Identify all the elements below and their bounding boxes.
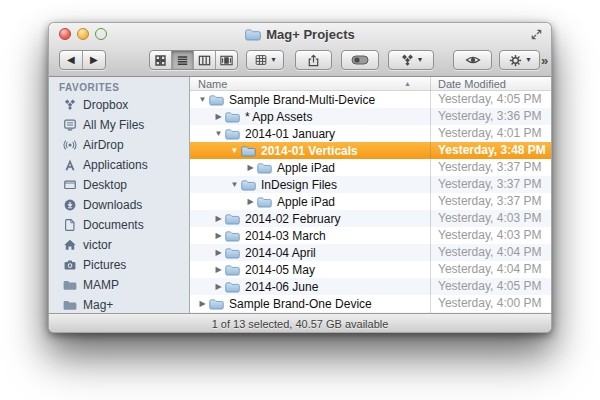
table-row[interactable]: ▶ 2014-05 May Yesterday, 4:04 PM xyxy=(190,261,551,278)
sidebar-item-pictures[interactable]: Pictures xyxy=(49,255,189,275)
disclosure-triangle[interactable]: ▼ xyxy=(196,96,209,104)
documents-icon xyxy=(62,218,77,233)
close-button[interactable] xyxy=(59,28,71,40)
table-row[interactable]: ▶ Sample Brand-One Device Yesterday, 4:0… xyxy=(190,295,551,312)
dropbox-icon xyxy=(400,53,415,68)
list-header: Name ▲ Date Modified xyxy=(190,77,551,91)
file-name: InDesign Files xyxy=(261,178,337,192)
forward-button[interactable]: ▶ xyxy=(83,51,105,69)
table-row[interactable]: ▼ 2014-01 January Yesterday, 4:01 PM xyxy=(190,125,551,142)
table-row[interactable]: ▶ Apple iPad Yesterday, 3:37 PM xyxy=(190,159,551,176)
sidebar-item-dropbox[interactable]: Dropbox xyxy=(49,95,189,115)
sidebar-item-label: AirDrop xyxy=(83,138,124,152)
table-row[interactable]: ▼ InDesign Files Yesterday, 3:37 PM xyxy=(190,176,551,193)
fullscreen-arrows-icon[interactable] xyxy=(530,28,543,41)
sort-ascending-icon: ▲ xyxy=(404,80,411,87)
disclosure-triangle[interactable]: ▶ xyxy=(212,215,225,223)
folder-icon xyxy=(257,162,272,174)
disclosure-triangle[interactable]: ▼ xyxy=(228,147,241,155)
table-row[interactable]: ▶ 2014-02 February Yesterday, 4:03 PM xyxy=(190,210,551,227)
column-divider[interactable] xyxy=(430,77,431,313)
table-row[interactable]: ▶ * App Assets Yesterday, 3:36 PM xyxy=(190,108,551,125)
disclosure-triangle[interactable]: ▶ xyxy=(244,164,257,172)
quick-look-button[interactable] xyxy=(453,50,492,70)
applications-icon xyxy=(62,158,77,173)
disclosure-triangle[interactable]: ▶ xyxy=(196,300,209,308)
coverflow-view-icon xyxy=(219,53,234,68)
screenshot-canvas: Mag+ Projects ◀ ▶ xyxy=(0,0,600,400)
date-modified: Yesterday, 3:37 PM xyxy=(438,193,541,210)
share-button[interactable] xyxy=(295,50,332,70)
dropdown-arrow-icon: ▾ xyxy=(526,56,530,64)
file-name: 2014-04 April xyxy=(245,246,316,260)
list-view-button[interactable] xyxy=(172,51,194,69)
disclosure-triangle[interactable]: ▶ xyxy=(212,232,225,240)
folder-icon xyxy=(62,298,77,313)
disclosure-triangle[interactable]: ▼ xyxy=(212,130,225,138)
sidebar-item-documents[interactable]: Documents xyxy=(49,215,189,235)
date-modified: Yesterday, 4:04 PM xyxy=(438,244,541,261)
view-switcher xyxy=(149,50,238,70)
window-title-text: Mag+ Projects xyxy=(266,27,355,42)
file-name: 2014-05 May xyxy=(245,263,315,277)
window-chrome: Mag+ Projects ◀ ▶ xyxy=(49,23,551,77)
icon-view-button[interactable] xyxy=(150,51,172,69)
table-row[interactable]: ▶ 2014-03 March Yesterday, 4:03 PM xyxy=(190,227,551,244)
date-modified: Yesterday, 4:05 PM xyxy=(438,278,541,295)
disclosure-triangle[interactable]: ▼ xyxy=(228,181,241,189)
action-button[interactable]: ▾ xyxy=(499,50,540,70)
nav-buttons: ◀ ▶ xyxy=(59,50,106,70)
file-name: 2014-01 January xyxy=(245,127,335,141)
folder-icon xyxy=(225,111,240,123)
table-row[interactable]: ▶ Apple iPad Yesterday, 3:37 PM xyxy=(190,193,551,210)
disclosure-triangle[interactable]: ▶ xyxy=(212,266,225,274)
table-row[interactable]: ▼ Sample Brand-Multi-Device Yesterday, 4… xyxy=(190,91,551,108)
sidebar-item-mag-plus[interactable]: Mag+ xyxy=(49,295,189,313)
minimize-button[interactable] xyxy=(77,28,89,40)
sidebar-item-all-my-files[interactable]: All My Files xyxy=(49,115,189,135)
toggle-pill-button[interactable] xyxy=(341,50,379,70)
sidebar-item-downloads[interactable]: Downloads xyxy=(49,195,189,215)
title-bar[interactable]: Mag+ Projects xyxy=(49,23,551,45)
empty-stripe xyxy=(190,312,551,313)
back-button[interactable]: ◀ xyxy=(60,51,83,69)
table-row[interactable]: ▶ 2014-04 April Yesterday, 4:04 PM xyxy=(190,244,551,261)
sidebar-item-mamp[interactable]: MAMP xyxy=(49,275,189,295)
pill-toggle-icon xyxy=(351,54,369,66)
disclosure-triangle[interactable]: ▶ xyxy=(212,283,225,291)
date-modified: Yesterday, 3:37 PM xyxy=(438,176,541,193)
sidebar-item-label: Documents xyxy=(83,218,144,232)
sidebar-item-label: Mag+ xyxy=(83,298,113,312)
table-row-selected[interactable]: ▼ 2014-01 Verticals Yesterday, 3:48 PM xyxy=(190,142,551,159)
airdrop-icon xyxy=(62,138,77,153)
zoom-button[interactable] xyxy=(95,28,107,40)
dropbox-icon xyxy=(62,98,77,113)
folder-icon xyxy=(225,128,240,140)
status-bar: 1 of 13 selected, 40.57 GB available xyxy=(49,313,551,333)
column-view-button[interactable] xyxy=(194,51,216,69)
sidebar-item-label: Pictures xyxy=(83,258,126,272)
coverflow-view-button[interactable] xyxy=(216,51,237,69)
disclosure-triangle[interactable]: ▶ xyxy=(212,113,225,121)
sidebar-item-airdrop[interactable]: AirDrop xyxy=(49,135,189,155)
toolbar-overflow-button[interactable]: » xyxy=(541,53,548,68)
table-row[interactable]: ▶ 2014-06 June Yesterday, 4:05 PM xyxy=(190,278,551,295)
sidebar-item-label: Dropbox xyxy=(83,98,128,112)
sidebar-item-label: Downloads xyxy=(83,198,142,212)
disclosure-triangle[interactable]: ▶ xyxy=(244,198,257,206)
gear-icon xyxy=(508,53,523,68)
column-header-name[interactable]: Name xyxy=(198,78,227,90)
forward-arrow-icon: ▶ xyxy=(90,55,98,65)
date-modified: Yesterday, 3:37 PM xyxy=(438,159,541,176)
pictures-icon xyxy=(62,258,77,273)
date-modified: Yesterday, 4:05 PM xyxy=(438,91,541,108)
back-arrow-icon: ◀ xyxy=(67,55,75,65)
dropbox-button[interactable]: ▾ xyxy=(388,50,434,70)
sidebar-item-desktop[interactable]: Desktop xyxy=(49,175,189,195)
sidebar-item-applications[interactable]: Applications xyxy=(49,155,189,175)
arrange-button[interactable]: ▾ xyxy=(246,50,284,70)
disclosure-triangle[interactable]: ▶ xyxy=(212,249,225,257)
window-content: FAVORITES Dropbox All My Files AirDrop A… xyxy=(49,77,551,313)
column-header-date-modified[interactable]: Date Modified xyxy=(438,78,506,90)
sidebar-item-victor[interactable]: victor xyxy=(49,235,189,255)
